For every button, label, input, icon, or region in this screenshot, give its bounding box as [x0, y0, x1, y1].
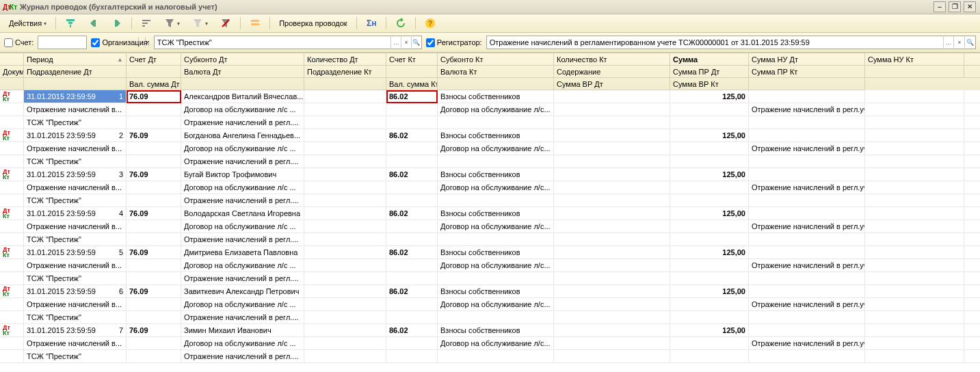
cell: 125,00 [670, 168, 749, 181]
cell [964, 194, 980, 207]
ellipsis-icon[interactable]: … [390, 37, 401, 48]
cell [670, 350, 749, 363]
dk-icon: ДтКт [3, 91, 10, 102]
nav-last-icon[interactable] [107, 14, 127, 32]
header-cell[interactable]: Период▲ [24, 53, 127, 66]
cell: 125,00 [670, 207, 749, 220]
cell [554, 350, 670, 363]
cell [865, 103, 964, 116]
header-cell[interactable]: Сумма ПР Кт [749, 66, 865, 78]
table-row[interactable]: ДтКт31.01.2015 23:59:59676.09Завиткевич … [0, 285, 980, 324]
cell [0, 103, 24, 116]
filter-clear-icon[interactable] [187, 14, 213, 32]
ellipsis-icon[interactable]: … [943, 37, 954, 48]
cell: 86.02 [386, 168, 438, 181]
cell [554, 90, 670, 103]
header-cell[interactable]: Счет Дт [127, 53, 181, 66]
cell [304, 181, 386, 194]
reg-input-group: … × 🔍 [486, 36, 976, 49]
header-cell[interactable]: Сумма [670, 53, 749, 66]
table-row[interactable]: ДтКт31.01.2015 23:59:59276.09Богданова А… [0, 129, 980, 168]
table-row[interactable]: ДтКт31.01.2015 23:59:59176.09Александров… [0, 90, 980, 129]
close-button[interactable]: ✕ [964, 1, 976, 12]
table-row[interactable]: ДтКт31.01.2015 23:59:59476.09Володарская… [0, 207, 980, 246]
header-cell[interactable] [0, 78, 24, 90]
filter-off-icon[interactable] [215, 14, 236, 32]
cell [749, 155, 865, 168]
org-filter[interactable]: Организация: [91, 38, 149, 47]
reg-filter[interactable]: Регистратор: [426, 38, 482, 47]
header-cell[interactable]: Субконто Кт [438, 53, 554, 66]
clear-icon[interactable]: × [953, 37, 964, 48]
header-cell[interactable]: Вал. сумма Кт [386, 78, 438, 90]
filter-by-value-icon[interactable] [159, 14, 185, 32]
header-cell[interactable]: Количество Дт [304, 53, 386, 66]
org-input[interactable] [155, 37, 390, 48]
table-row[interactable]: ДтКт31.01.2015 23:59:59776.09Зимин Михаи… [0, 324, 980, 363]
cell: 76.09 [127, 324, 181, 337]
search-icon[interactable]: 🔍 [964, 37, 975, 48]
grid-body[interactable]: ДтКт31.01.2015 23:59:59176.09Александров… [0, 90, 980, 372]
cell [865, 298, 964, 311]
check-entries-button[interactable]: Проверка проводок [274, 14, 352, 32]
selection-icon[interactable] [245, 14, 265, 32]
cell: 31.01.2015 23:59:592 [24, 129, 127, 142]
cell [964, 181, 980, 194]
header-cell[interactable]: Счет Кт [386, 53, 438, 66]
header-cell[interactable] [304, 78, 386, 90]
cell [964, 272, 980, 285]
cell: 31.01.2015 23:59:596 [24, 285, 127, 298]
cell [0, 298, 24, 311]
dk-icon: ДтКт [3, 208, 10, 219]
header-cell[interactable]: Сумма ВР Кт [670, 78, 749, 90]
account-filter[interactable]: Счет: [4, 38, 34, 47]
header-cell[interactable] [386, 66, 438, 78]
actions-menu[interactable]: Действия [4, 14, 51, 32]
header-cell[interactable] [24, 78, 127, 90]
header-cell[interactable]: Субконто Дт [181, 53, 304, 66]
cell: Отражение начислений в регл.... [181, 311, 304, 324]
header-cell[interactable]: Подразделение Дт [24, 66, 127, 78]
header-cell[interactable]: Валюта Дт [181, 66, 304, 78]
header-cell[interactable]: Сумма ВР Дт [554, 78, 670, 90]
header-cell[interactable]: Сумма НУ Дт [749, 53, 865, 66]
header-cell[interactable]: Количество Кт [554, 53, 670, 66]
header-cell[interactable]: Сумма ПР Дт [670, 66, 749, 78]
cell: Отражение начислений в регл.учете [749, 220, 865, 233]
sort-icon[interactable] [136, 14, 157, 32]
header-cell[interactable]: Содержание [554, 66, 670, 78]
cell [964, 90, 980, 103]
sum-icon[interactable]: Σн [361, 14, 382, 32]
cell [127, 259, 181, 272]
help-icon[interactable]: ? [420, 14, 440, 32]
refresh-icon[interactable] [390, 14, 411, 32]
cell: 76.09 [127, 285, 181, 298]
cell [386, 272, 438, 285]
header-cell[interactable] [181, 78, 304, 90]
account-label: Счет: [15, 38, 34, 46]
maximize-button[interactable]: ❐ [949, 1, 961, 12]
header-cell[interactable] [438, 78, 554, 90]
header-cell[interactable]: Документ [0, 66, 24, 78]
filter-enable-icon[interactable] [60, 14, 81, 32]
cell [964, 155, 980, 168]
header-cell[interactable] [964, 66, 980, 78]
table-row[interactable]: ДтКт31.01.2015 23:59:59376.09Бугай Викто… [0, 168, 980, 207]
clear-icon[interactable]: × [401, 37, 411, 48]
header-cell[interactable] [0, 53, 24, 66]
header-cell[interactable]: Валюта Кт [438, 66, 554, 78]
cell: 125,00 [670, 246, 749, 259]
header-cell[interactable]: Сумма НУ Кт [865, 53, 964, 66]
search-icon[interactable]: 🔍 [411, 37, 421, 48]
cell: Договор на обслуживание л/с... [438, 103, 554, 116]
table-row[interactable]: ДтКт31.01.2015 23:59:59576.09Дмитриева Е… [0, 246, 980, 285]
header-cell[interactable]: Вал. сумма Дт [127, 78, 181, 90]
minimize-button[interactable]: – [933, 1, 946, 12]
cell: Отражение начислений в регл.... [181, 272, 304, 285]
header-cell[interactable] [127, 66, 181, 78]
nav-first-icon[interactable] [83, 14, 104, 32]
header-cell[interactable]: Подразделение Кт [304, 66, 386, 78]
cell [0, 116, 24, 129]
reg-input[interactable] [487, 37, 943, 48]
cell: 86.02 [386, 324, 438, 337]
